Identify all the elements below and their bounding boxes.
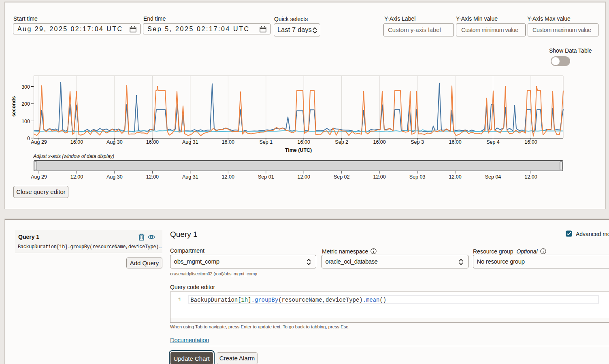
svg-text:12:00: 12:00 xyxy=(449,174,461,180)
svg-text:16:00: 16:00 xyxy=(524,139,537,145)
svg-text:200: 200 xyxy=(21,101,30,107)
svg-text:Aug 29: Aug 29 xyxy=(31,139,47,145)
svg-text:Aug 30: Aug 30 xyxy=(106,174,123,180)
svg-text:Sep 01: Sep 01 xyxy=(258,174,274,180)
svg-text:Aug 29: Aug 29 xyxy=(31,174,47,180)
svg-text:0: 0 xyxy=(27,136,30,141)
svg-text:12:00: 12:00 xyxy=(298,174,310,180)
svg-text:Adjust x-axis (window of data: Adjust x-axis (window of data display) xyxy=(33,153,114,159)
svg-text:12:00: 12:00 xyxy=(524,174,537,180)
svg-text:Aug 31: Aug 31 xyxy=(182,139,198,145)
svg-text:Time (UTC): Time (UTC) xyxy=(285,147,312,153)
svg-text:12:00: 12:00 xyxy=(146,174,159,180)
svg-text:16:00: 16:00 xyxy=(449,139,461,145)
svg-text:16:00: 16:00 xyxy=(146,139,159,145)
svg-text:16:00: 16:00 xyxy=(298,139,310,145)
svg-text:12:00: 12:00 xyxy=(70,174,83,180)
svg-text:300: 300 xyxy=(21,84,30,90)
svg-text:Sep 4: Sep 4 xyxy=(486,139,500,145)
svg-text:Sep 1: Sep 1 xyxy=(259,139,273,145)
svg-text:12:00: 12:00 xyxy=(373,174,385,180)
svg-text:seconds: seconds xyxy=(11,96,17,117)
svg-text:16:00: 16:00 xyxy=(70,139,83,145)
svg-text:Sep 02: Sep 02 xyxy=(334,174,350,180)
svg-text:Sep 3: Sep 3 xyxy=(411,139,424,145)
svg-text:Sep 04: Sep 04 xyxy=(485,174,501,180)
svg-text:100: 100 xyxy=(21,119,30,124)
svg-text:16:00: 16:00 xyxy=(222,139,234,145)
svg-text:Aug 30: Aug 30 xyxy=(106,139,123,145)
svg-text:16:00: 16:00 xyxy=(373,139,385,145)
svg-text:Sep 03: Sep 03 xyxy=(409,174,426,180)
svg-text:Sep 2: Sep 2 xyxy=(335,139,348,145)
svg-text:Aug 31: Aug 31 xyxy=(182,174,198,180)
svg-text:12:00: 12:00 xyxy=(222,174,234,180)
